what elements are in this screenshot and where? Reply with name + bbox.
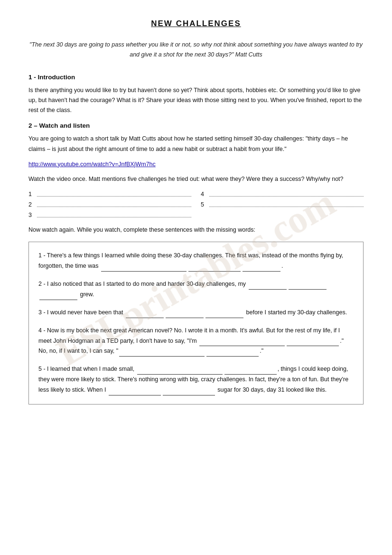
quote-text: "The next 30 days are going to pass whet…: [29, 41, 363, 58]
section2-instruction2: Now watch again. While you watch, comple…: [28, 225, 364, 235]
box-item-5: 5 - I learned that when I made small, , …: [38, 364, 354, 395]
youtube-link[interactable]: http://www.youtube.com/watch?v=JnfBXjWm7…: [28, 161, 364, 168]
blank-2a[interactable]: [249, 283, 287, 290]
box-item-4-text: 4 - Now is my book the next great Americ…: [38, 327, 344, 355]
blank-5a[interactable]: [137, 368, 223, 375]
blank-4b[interactable]: [287, 339, 339, 346]
quote-block: "The next 30 days are going to pass whet…: [28, 40, 364, 60]
box-item-1-text: 1 - There's a few things I learned while…: [38, 252, 343, 269]
blank-5b[interactable]: [224, 368, 277, 375]
box-item-3: 3 - I would never have been that before …: [38, 308, 354, 318]
blank-2c[interactable]: [39, 293, 77, 300]
section1-body: Is there anything you would like to try …: [28, 85, 364, 116]
blank-3b[interactable]: [166, 311, 204, 318]
blank-5d[interactable]: [163, 389, 215, 395]
box-item-2: 2 - I also noticed that as I started to …: [38, 279, 354, 300]
section2-heading: 2 – Watch and listen: [28, 122, 364, 129]
challenge-line-4: 4: [201, 191, 364, 198]
challenge-line-3: 3: [28, 212, 191, 218]
section2-instruction1: Watch the video once. Matt mentions five…: [28, 174, 364, 184]
fill-in-box: 1 - There's a few things I learned while…: [28, 242, 364, 404]
blank-1a[interactable]: [101, 265, 187, 272]
blank-1c[interactable]: [243, 265, 280, 272]
box-item-5-text: 5 - I learned that when I made small, , …: [38, 366, 348, 393]
box-item-4: 4 - Now is my book the next great Americ…: [38, 326, 354, 357]
blank-5c[interactable]: [109, 389, 161, 395]
blank-1b[interactable]: [188, 265, 241, 272]
blank-2b[interactable]: [289, 283, 327, 290]
section1-heading: 1 - Introduction: [28, 74, 364, 81]
challenge-line-1: 1: [28, 191, 191, 198]
challenge-lines: 1 4 2 5 3: [28, 191, 364, 218]
he-claims: he claims: [28, 135, 348, 152]
blank-4c[interactable]: [119, 350, 205, 357]
challenge-line-5: 5: [201, 201, 364, 208]
page-title: NEW CHALLENGES: [28, 19, 364, 28]
section2-body: You are going to watch a short talk by M…: [28, 134, 364, 154]
blank-3c[interactable]: [205, 311, 243, 318]
box-item-1: 1 - There's a few things I learned while…: [38, 251, 354, 272]
box-item-3-text: 3 - I would never have been that before …: [38, 309, 347, 316]
blank-4a[interactable]: [199, 339, 285, 346]
blank-3a[interactable]: [126, 311, 164, 318]
challenge-line-2: 2: [28, 201, 191, 208]
blank-4d[interactable]: [206, 350, 259, 357]
box-item-2-text: 2 - I also noticed that as I started to …: [38, 281, 327, 298]
